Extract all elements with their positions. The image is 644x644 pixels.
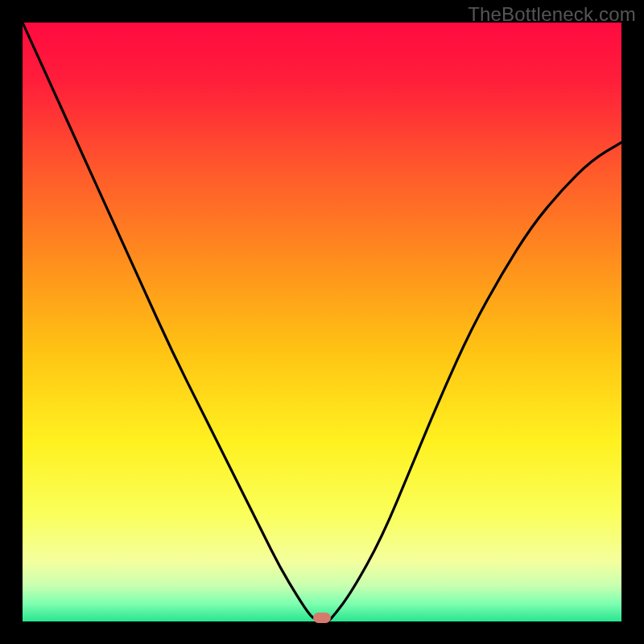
plot-area: [23, 23, 621, 621]
watermark-text: TheBottleneck.com: [468, 3, 636, 26]
optimal-point-marker: [313, 613, 331, 623]
chart-frame: TheBottleneck.com: [0, 0, 644, 644]
gradient-background: [23, 23, 621, 621]
bottleneck-plot: [23, 23, 621, 621]
